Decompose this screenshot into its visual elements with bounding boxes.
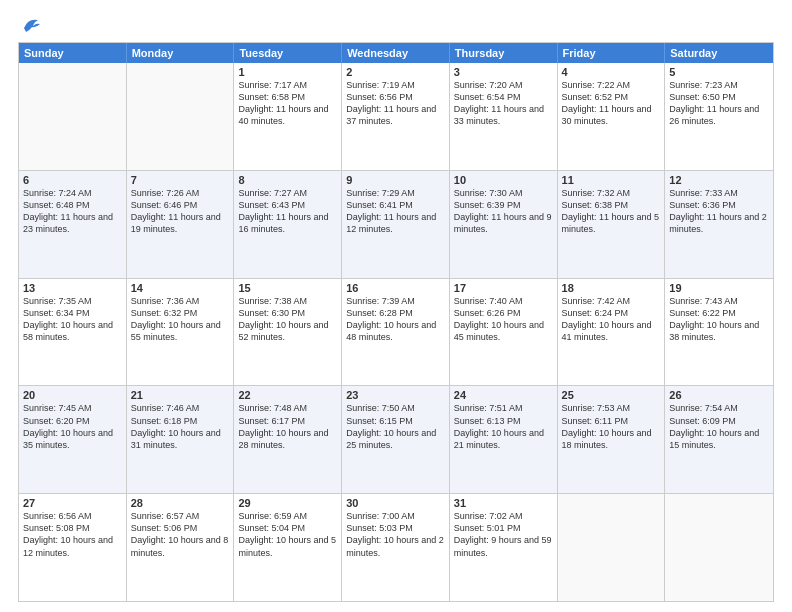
day-info: Sunrise: 7:30 AM Sunset: 6:39 PM Dayligh… [454, 187, 553, 236]
day-number: 5 [669, 66, 769, 78]
day-cell-11: 11Sunrise: 7:32 AM Sunset: 6:38 PM Dayli… [558, 171, 666, 278]
day-cell-23: 23Sunrise: 7:50 AM Sunset: 6:15 PM Dayli… [342, 386, 450, 493]
weekday-header-thursday: Thursday [450, 43, 558, 63]
day-number: 9 [346, 174, 445, 186]
day-number: 14 [131, 282, 230, 294]
day-info: Sunrise: 7:23 AM Sunset: 6:50 PM Dayligh… [669, 79, 769, 128]
day-cell-14: 14Sunrise: 7:36 AM Sunset: 6:32 PM Dayli… [127, 279, 235, 386]
weekday-header-tuesday: Tuesday [234, 43, 342, 63]
day-info: Sunrise: 7:00 AM Sunset: 5:03 PM Dayligh… [346, 510, 445, 559]
day-cell-18: 18Sunrise: 7:42 AM Sunset: 6:24 PM Dayli… [558, 279, 666, 386]
empty-cell-0-0 [19, 63, 127, 170]
day-number: 18 [562, 282, 661, 294]
day-cell-17: 17Sunrise: 7:40 AM Sunset: 6:26 PM Dayli… [450, 279, 558, 386]
day-cell-19: 19Sunrise: 7:43 AM Sunset: 6:22 PM Dayli… [665, 279, 773, 386]
calendar-row-4: 27Sunrise: 6:56 AM Sunset: 5:08 PM Dayli… [19, 493, 773, 601]
day-cell-31: 31Sunrise: 7:02 AM Sunset: 5:01 PM Dayli… [450, 494, 558, 601]
day-number: 1 [238, 66, 337, 78]
day-info: Sunrise: 6:57 AM Sunset: 5:06 PM Dayligh… [131, 510, 230, 559]
day-cell-3: 3Sunrise: 7:20 AM Sunset: 6:54 PM Daylig… [450, 63, 558, 170]
day-info: Sunrise: 7:32 AM Sunset: 6:38 PM Dayligh… [562, 187, 661, 236]
day-cell-29: 29Sunrise: 6:59 AM Sunset: 5:04 PM Dayli… [234, 494, 342, 601]
day-cell-16: 16Sunrise: 7:39 AM Sunset: 6:28 PM Dayli… [342, 279, 450, 386]
empty-cell-4-5 [558, 494, 666, 601]
calendar-body: 1Sunrise: 7:17 AM Sunset: 6:58 PM Daylig… [19, 63, 773, 601]
day-info: Sunrise: 7:20 AM Sunset: 6:54 PM Dayligh… [454, 79, 553, 128]
weekday-header-saturday: Saturday [665, 43, 773, 63]
day-cell-7: 7Sunrise: 7:26 AM Sunset: 6:46 PM Daylig… [127, 171, 235, 278]
day-info: Sunrise: 7:17 AM Sunset: 6:58 PM Dayligh… [238, 79, 337, 128]
day-number: 17 [454, 282, 553, 294]
day-number: 13 [23, 282, 122, 294]
day-info: Sunrise: 7:22 AM Sunset: 6:52 PM Dayligh… [562, 79, 661, 128]
day-cell-28: 28Sunrise: 6:57 AM Sunset: 5:06 PM Dayli… [127, 494, 235, 601]
day-cell-26: 26Sunrise: 7:54 AM Sunset: 6:09 PM Dayli… [665, 386, 773, 493]
page: SundayMondayTuesdayWednesdayThursdayFrid… [0, 0, 792, 612]
day-number: 3 [454, 66, 553, 78]
day-info: Sunrise: 7:29 AM Sunset: 6:41 PM Dayligh… [346, 187, 445, 236]
day-info: Sunrise: 7:24 AM Sunset: 6:48 PM Dayligh… [23, 187, 122, 236]
day-info: Sunrise: 7:43 AM Sunset: 6:22 PM Dayligh… [669, 295, 769, 344]
day-number: 7 [131, 174, 230, 186]
day-cell-6: 6Sunrise: 7:24 AM Sunset: 6:48 PM Daylig… [19, 171, 127, 278]
day-number: 30 [346, 497, 445, 509]
day-number: 31 [454, 497, 553, 509]
day-cell-13: 13Sunrise: 7:35 AM Sunset: 6:34 PM Dayli… [19, 279, 127, 386]
day-number: 8 [238, 174, 337, 186]
calendar: SundayMondayTuesdayWednesdayThursdayFrid… [18, 42, 774, 602]
day-cell-12: 12Sunrise: 7:33 AM Sunset: 6:36 PM Dayli… [665, 171, 773, 278]
day-cell-30: 30Sunrise: 7:00 AM Sunset: 5:03 PM Dayli… [342, 494, 450, 601]
day-cell-1: 1Sunrise: 7:17 AM Sunset: 6:58 PM Daylig… [234, 63, 342, 170]
day-info: Sunrise: 7:19 AM Sunset: 6:56 PM Dayligh… [346, 79, 445, 128]
calendar-row-0: 1Sunrise: 7:17 AM Sunset: 6:58 PM Daylig… [19, 63, 773, 170]
day-number: 27 [23, 497, 122, 509]
weekday-header-wednesday: Wednesday [342, 43, 450, 63]
day-info: Sunrise: 7:48 AM Sunset: 6:17 PM Dayligh… [238, 402, 337, 451]
day-cell-4: 4Sunrise: 7:22 AM Sunset: 6:52 PM Daylig… [558, 63, 666, 170]
day-info: Sunrise: 7:27 AM Sunset: 6:43 PM Dayligh… [238, 187, 337, 236]
day-info: Sunrise: 7:46 AM Sunset: 6:18 PM Dayligh… [131, 402, 230, 451]
day-number: 19 [669, 282, 769, 294]
day-info: Sunrise: 7:54 AM Sunset: 6:09 PM Dayligh… [669, 402, 769, 451]
day-info: Sunrise: 7:51 AM Sunset: 6:13 PM Dayligh… [454, 402, 553, 451]
day-cell-9: 9Sunrise: 7:29 AM Sunset: 6:41 PM Daylig… [342, 171, 450, 278]
logo-bird-icon [20, 14, 42, 36]
day-number: 15 [238, 282, 337, 294]
calendar-row-2: 13Sunrise: 7:35 AM Sunset: 6:34 PM Dayli… [19, 278, 773, 386]
day-info: Sunrise: 7:33 AM Sunset: 6:36 PM Dayligh… [669, 187, 769, 236]
weekday-header-monday: Monday [127, 43, 235, 63]
day-info: Sunrise: 7:36 AM Sunset: 6:32 PM Dayligh… [131, 295, 230, 344]
day-cell-8: 8Sunrise: 7:27 AM Sunset: 6:43 PM Daylig… [234, 171, 342, 278]
day-number: 29 [238, 497, 337, 509]
calendar-header: SundayMondayTuesdayWednesdayThursdayFrid… [19, 43, 773, 63]
day-info: Sunrise: 7:38 AM Sunset: 6:30 PM Dayligh… [238, 295, 337, 344]
day-cell-15: 15Sunrise: 7:38 AM Sunset: 6:30 PM Dayli… [234, 279, 342, 386]
day-info: Sunrise: 7:50 AM Sunset: 6:15 PM Dayligh… [346, 402, 445, 451]
day-number: 23 [346, 389, 445, 401]
day-cell-2: 2Sunrise: 7:19 AM Sunset: 6:56 PM Daylig… [342, 63, 450, 170]
day-info: Sunrise: 7:35 AM Sunset: 6:34 PM Dayligh… [23, 295, 122, 344]
day-info: Sunrise: 7:39 AM Sunset: 6:28 PM Dayligh… [346, 295, 445, 344]
day-number: 10 [454, 174, 553, 186]
empty-cell-0-1 [127, 63, 235, 170]
day-cell-5: 5Sunrise: 7:23 AM Sunset: 6:50 PM Daylig… [665, 63, 773, 170]
day-number: 2 [346, 66, 445, 78]
header [18, 18, 774, 32]
day-number: 6 [23, 174, 122, 186]
day-number: 20 [23, 389, 122, 401]
calendar-row-1: 6Sunrise: 7:24 AM Sunset: 6:48 PM Daylig… [19, 170, 773, 278]
day-info: Sunrise: 6:56 AM Sunset: 5:08 PM Dayligh… [23, 510, 122, 559]
weekday-header-sunday: Sunday [19, 43, 127, 63]
day-info: Sunrise: 7:42 AM Sunset: 6:24 PM Dayligh… [562, 295, 661, 344]
day-cell-27: 27Sunrise: 6:56 AM Sunset: 5:08 PM Dayli… [19, 494, 127, 601]
day-number: 26 [669, 389, 769, 401]
day-number: 28 [131, 497, 230, 509]
day-info: Sunrise: 7:40 AM Sunset: 6:26 PM Dayligh… [454, 295, 553, 344]
day-info: Sunrise: 7:53 AM Sunset: 6:11 PM Dayligh… [562, 402, 661, 451]
day-cell-25: 25Sunrise: 7:53 AM Sunset: 6:11 PM Dayli… [558, 386, 666, 493]
day-number: 11 [562, 174, 661, 186]
calendar-row-3: 20Sunrise: 7:45 AM Sunset: 6:20 PM Dayli… [19, 385, 773, 493]
logo [18, 18, 42, 32]
day-info: Sunrise: 7:26 AM Sunset: 6:46 PM Dayligh… [131, 187, 230, 236]
day-number: 21 [131, 389, 230, 401]
